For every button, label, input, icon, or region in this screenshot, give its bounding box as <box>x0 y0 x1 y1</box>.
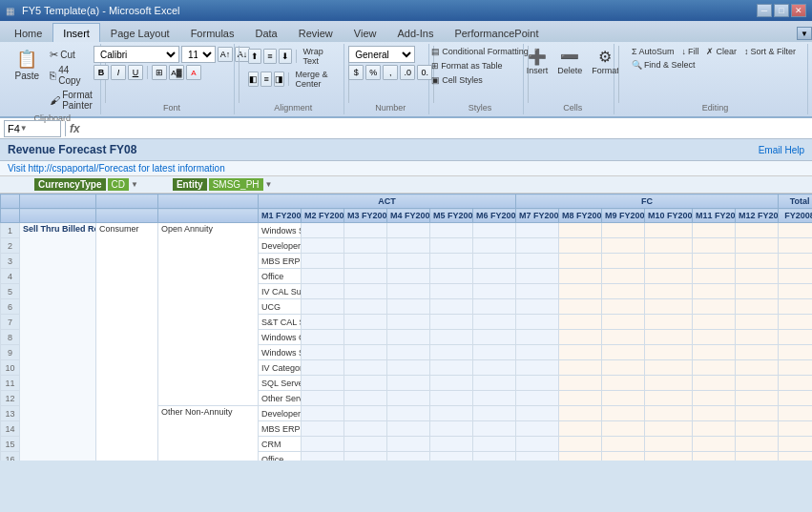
act-month-2-cell[interactable] <box>344 360 387 376</box>
tab-view[interactable]: View <box>344 23 387 42</box>
product-cell[interactable]: MBS ERP & Other <box>259 254 302 269</box>
annuity-cell-non[interactable]: Other Non-Annuity <box>158 406 259 461</box>
fc-month-9-cell[interactable] <box>645 376 693 391</box>
act-month-1-cell[interactable] <box>302 284 344 299</box>
fc-month-7-cell[interactable] <box>559 421 602 437</box>
act-month-4-cell[interactable] <box>430 437 473 452</box>
fc-month-8-cell[interactable] <box>602 330 645 345</box>
fc-month-7-cell[interactable] <box>559 238 602 254</box>
fc-month-7-cell[interactable] <box>559 284 602 299</box>
comma-button[interactable]: , <box>383 65 398 80</box>
formula-input[interactable] <box>84 123 808 134</box>
fc-month-7-cell[interactable] <box>559 269 602 284</box>
fc-month-12-cell[interactable] <box>779 269 812 284</box>
act-month-6-cell[interactable] <box>516 406 559 421</box>
category-cell[interactable]: Sell Thru Billed Revenue <box>20 223 96 461</box>
percent-button[interactable]: % <box>365 65 381 80</box>
fc-month-8-cell[interactable] <box>602 269 645 284</box>
act-month-1-cell[interactable] <box>302 376 344 391</box>
number-format-select[interactable]: General <box>348 46 415 63</box>
act-month-6-cell[interactable] <box>516 254 559 269</box>
fc-month-12-cell[interactable] <box>779 391 812 406</box>
act-month-1-cell[interactable] <box>302 360 344 376</box>
fc-month-7-cell[interactable] <box>559 406 602 421</box>
delete-button[interactable]: ➖ Delete <box>554 46 585 77</box>
act-month-2-cell[interactable] <box>344 376 387 391</box>
fc-month-8-cell[interactable] <box>602 238 645 254</box>
act-month-1-cell[interactable] <box>302 345 344 360</box>
fc-month-9-cell[interactable] <box>645 315 693 330</box>
cut-button[interactable]: ✂ Cut <box>47 48 95 62</box>
fc-month-12-cell[interactable] <box>779 360 812 376</box>
act-month-2-cell[interactable] <box>344 421 387 437</box>
fc-month-11-cell[interactable] <box>736 452 779 461</box>
font-color-button[interactable]: A <box>186 65 201 80</box>
maximize-btn[interactable]: □ <box>774 4 789 17</box>
bold-button[interactable]: B <box>94 65 109 80</box>
tab-formulas[interactable]: Formulas <box>180 23 245 42</box>
fc-month-11-cell[interactable] <box>736 269 779 284</box>
fc-month-10-cell[interactable] <box>693 254 736 269</box>
act-month-1-cell[interactable] <box>302 299 344 315</box>
fc-month-11-cell[interactable] <box>736 421 779 437</box>
fc-month-8-cell[interactable] <box>602 391 645 406</box>
act-month-6-cell[interactable] <box>516 421 559 437</box>
act-month-3-cell[interactable] <box>387 452 430 461</box>
act-month-1-cell[interactable] <box>302 452 344 461</box>
fc-month-10-cell[interactable] <box>693 391 736 406</box>
act-month-4-cell[interactable] <box>430 269 473 284</box>
format-painter-button[interactable]: 🖌 Format Painter <box>47 89 95 112</box>
act-month-3-cell[interactable] <box>387 376 430 391</box>
fc-month-12-cell[interactable] <box>779 284 812 299</box>
fc-month-10-cell[interactable] <box>693 284 736 299</box>
act-month-1-cell[interactable] <box>302 315 344 330</box>
fc-month-11-cell[interactable] <box>736 223 779 238</box>
act-month-2-cell[interactable] <box>344 299 387 315</box>
act-month-1-cell[interactable] <box>302 238 344 254</box>
fc-month-11-cell[interactable] <box>736 299 779 315</box>
tab-insert[interactable]: Insert <box>52 23 100 42</box>
act-month-1-cell[interactable] <box>302 269 344 284</box>
fc-month-8-cell[interactable] <box>602 452 645 461</box>
tab-add-ins[interactable]: Add-Ins <box>386 23 444 42</box>
fc-month-11-cell[interactable] <box>736 284 779 299</box>
act-month-4-cell[interactable] <box>430 452 473 461</box>
align-top-button[interactable]: ⬆ <box>248 49 261 64</box>
fc-month-9-cell[interactable] <box>645 223 693 238</box>
fc-month-11-cell[interactable] <box>736 437 779 452</box>
act-month-3-cell[interactable] <box>387 269 430 284</box>
ribbon-collapse-btn[interactable]: ▼ <box>797 27 812 40</box>
fc-month-12-cell[interactable] <box>779 254 812 269</box>
cell-ref-dropdown[interactable]: ▼ <box>20 124 28 133</box>
product-cell[interactable]: IV Categories <box>259 360 302 376</box>
fc-month-7-cell[interactable] <box>559 360 602 376</box>
fc-month-12-cell[interactable] <box>779 330 812 345</box>
act-month-3-cell[interactable] <box>387 299 430 315</box>
act-month-2-cell[interactable] <box>344 284 387 299</box>
align-bottom-button[interactable]: ⬇ <box>279 49 292 64</box>
fc-month-11-cell[interactable] <box>736 376 779 391</box>
act-month-4-cell[interactable] <box>430 238 473 254</box>
act-month-5-cell[interactable] <box>473 284 516 299</box>
tab-review[interactable]: Review <box>288 23 344 42</box>
act-month-2-cell[interactable] <box>344 238 387 254</box>
fill-color-button[interactable]: A▓ <box>169 65 184 80</box>
fc-month-12-cell[interactable] <box>779 376 812 391</box>
act-month-5-cell[interactable] <box>473 315 516 330</box>
data-table-container[interactable]: ACT FC Total M1 FY2008 M2 FY2008 M3 FY20… <box>0 194 812 461</box>
fc-month-10-cell[interactable] <box>693 238 736 254</box>
font-size-select[interactable]: 11 <box>181 46 216 63</box>
fc-month-12-cell[interactable] <box>779 299 812 315</box>
product-cell[interactable]: Windows Server & SBS & CAL <box>259 223 302 238</box>
act-month-1-cell[interactable] <box>302 330 344 345</box>
fc-month-10-cell[interactable] <box>693 345 736 360</box>
tab-data[interactable]: Data <box>244 23 287 42</box>
currency-button[interactable]: $ <box>348 65 364 80</box>
fc-month-9-cell[interactable] <box>645 254 693 269</box>
act-month-2-cell[interactable] <box>344 452 387 461</box>
fc-month-11-cell[interactable] <box>736 345 779 360</box>
fc-month-8-cell[interactable] <box>602 360 645 376</box>
fc-month-9-cell[interactable] <box>645 421 693 437</box>
fc-month-10-cell[interactable] <box>693 315 736 330</box>
fc-month-8-cell[interactable] <box>602 421 645 437</box>
